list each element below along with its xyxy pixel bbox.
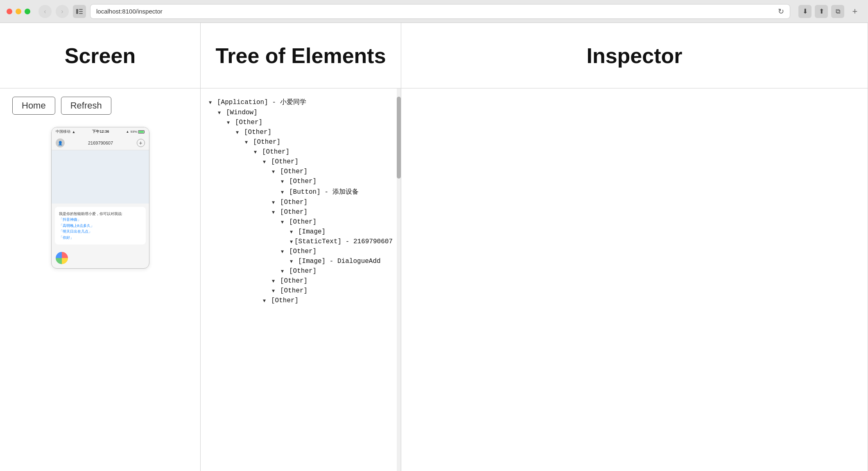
home-button[interactable]: Home — [12, 97, 55, 115]
carrier-text: 中国移动 — [56, 129, 70, 134]
message-link-3[interactable]: 「你好」 — [59, 235, 142, 240]
message-intro: 我是你的智能助理小爱，你可以对我说: — [59, 211, 142, 217]
tree-panel-title: Tree of Elements — [215, 43, 386, 68]
tree-panel: Tree of Elements ▼ [Application] - 小爱同学▼… — [201, 23, 401, 471]
tree-item-label: [Window] — [226, 109, 258, 116]
screen-panel-header: Screen — [0, 23, 200, 88]
url-text: localhost:8100/inspector — [96, 8, 163, 15]
forward-button[interactable]: › — [56, 5, 69, 18]
inspector-panel-header: Inspector — [401, 23, 868, 88]
tree-item-label: [Other] — [253, 138, 280, 146]
tree-arrow-icon: ▼ — [290, 239, 294, 245]
message-link-1[interactable]: 「高明晚上8点多久」 — [59, 223, 142, 229]
tree-item[interactable]: ▼ [Other] — [209, 118, 393, 127]
tree-item-label: [Other] — [289, 218, 316, 226]
app-icon — [56, 252, 68, 264]
close-traffic-light[interactable] — [7, 9, 12, 14]
traffic-lights — [7, 9, 30, 14]
phone-chat-header: 👤 2169790607 + — [52, 136, 149, 150]
status-left: 中国移动 ▲ — [56, 129, 76, 134]
battery-icon — [138, 130, 145, 134]
tree-arrow-icon: ▼ — [272, 169, 280, 175]
chat-title: 2169790607 — [88, 140, 113, 145]
tree-item-label: [Other] — [280, 168, 307, 175]
tree-item[interactable]: ▼ [Image] — [209, 227, 393, 237]
tree-item[interactable]: ▼ [Other] — [209, 177, 393, 186]
tree-panel-header: Tree of Elements — [201, 23, 401, 88]
svg-rect-1 — [79, 9, 83, 10]
status-time: 下午12:36 — [92, 129, 109, 134]
tree-item[interactable]: ▼ [Window] — [209, 108, 393, 118]
tree-item[interactable]: ▼ [Image] - DialogueAdd — [209, 256, 393, 266]
tab-overview-button[interactable]: ⧉ — [831, 5, 844, 18]
tree-item[interactable]: ▼ [Other] — [209, 286, 393, 296]
tree-item[interactable]: ▼ [Other] — [209, 276, 393, 286]
tree-arrow-icon: ▼ — [290, 259, 298, 265]
browser-chrome: ‹ › localhost:8100/inspector ↻ ⬇ ⬆ ⧉ + — [0, 0, 868, 23]
tree-item-label: [Other] — [244, 129, 271, 136]
tree-arrow-icon: ▼ — [272, 288, 280, 294]
url-bar[interactable]: localhost:8100/inspector ↻ — [90, 4, 790, 19]
tree-item-label: [Image] — [298, 228, 326, 236]
battery-pct-text: 93% — [130, 130, 137, 134]
tree-item[interactable]: ▼ [Other] — [209, 207, 393, 217]
phone-status-bar: 中国移动 ▲ 下午12:36 ▲ 93% — [52, 127, 149, 136]
tree-item[interactable]: ▼ [StaticText] - 2169790607 — [209, 237, 393, 247]
minimize-traffic-light[interactable] — [16, 9, 21, 14]
toolbar-right: ⬇ ⬆ ⧉ — [798, 5, 844, 18]
inspector-panel-title: Inspector — [586, 43, 682, 68]
refresh-button[interactable]: Refresh — [61, 97, 111, 115]
phone-frame: 中国移动 ▲ 下午12:36 ▲ 93% — [51, 127, 149, 269]
screen-controls: Home Refresh — [0, 88, 200, 123]
tree-item[interactable]: ▼ [Other] — [209, 197, 393, 207]
share-button[interactable]: ⬆ — [815, 5, 828, 18]
tree-item[interactable]: ▼ [Other] — [209, 137, 393, 147]
tree-item[interactable]: ▼ [Other] — [209, 217, 393, 227]
tree-item-label: [Button] - 添加设备 — [289, 188, 359, 196]
tree-item-label: [Other] — [235, 119, 262, 126]
tree-item[interactable]: ▼ [Other] — [209, 247, 393, 256]
tree-item[interactable]: ▼ [Other] — [209, 157, 393, 167]
maximize-traffic-light[interactable] — [25, 9, 30, 14]
tree-item[interactable]: ▼ [Other] — [209, 147, 393, 157]
tree-arrow-icon: ▼ — [254, 149, 262, 155]
inspector-panel: Inspector — [401, 23, 868, 471]
screen-panel-title: Screen — [65, 43, 136, 68]
message-link-2[interactable]: 「明天日出在几点」 — [59, 229, 142, 234]
tree-arrow-icon: ▼ — [281, 249, 289, 255]
tree-arrow-icon: ▼ — [236, 130, 244, 136]
tree-item[interactable]: ▼ [Other] — [209, 127, 393, 137]
scrollbar-thumb[interactable] — [397, 97, 401, 179]
tree-item[interactable]: ▼ [Button] - 添加设备 — [209, 186, 393, 197]
reload-button[interactable]: ↻ — [778, 7, 784, 16]
message-link-0[interactable]: 「抖音神曲」 — [59, 217, 142, 222]
tree-item-label: [Other] — [289, 248, 316, 255]
tree-item-label: [Other] — [289, 178, 316, 185]
tree-item[interactable]: ▼ [Application] - 小爱同学 — [209, 97, 393, 108]
svg-rect-0 — [76, 9, 78, 14]
tree-arrow-icon: ▼ — [290, 229, 298, 235]
svg-rect-3 — [79, 13, 83, 14]
tree-item[interactable]: ▼ [Other] — [209, 296, 393, 306]
tree-item-label: [Other] — [262, 148, 289, 156]
main-content: Screen Home Refresh 中国移动 ▲ 下午12:36 — [0, 23, 868, 471]
add-tab-button[interactable]: + — [848, 5, 861, 18]
download-button[interactable]: ⬇ — [798, 5, 811, 18]
tree-item[interactable]: ▼ [Other] — [209, 266, 393, 276]
tree-arrow-icon: ▼ — [281, 179, 289, 185]
back-button[interactable]: ‹ — [38, 5, 52, 18]
tree-arrow-icon: ▼ — [209, 100, 217, 106]
tree-item-label: [Other] — [289, 267, 316, 275]
wifi-icon: ▲ — [126, 130, 129, 134]
tree-item[interactable]: ▼ [Other] — [209, 167, 393, 177]
tree-arrow-icon: ▼ — [281, 220, 289, 225]
tree-item-label: [Other] — [280, 208, 307, 216]
sidebar-toggle-button[interactable] — [73, 5, 86, 18]
tree-item-label: [Other] — [271, 158, 298, 165]
tree-arrow-icon: ▼ — [245, 140, 253, 145]
add-contact-button[interactable]: + — [137, 139, 145, 147]
tree-arrow-icon: ▼ — [263, 298, 271, 304]
tree-arrow-icon: ▼ — [227, 120, 235, 126]
screen-panel-body: Home Refresh 中国移动 ▲ 下午12:36 ▲ 93% — [0, 88, 200, 471]
tree-item-label: [StaticText] - 2169790607 — [294, 238, 393, 245]
